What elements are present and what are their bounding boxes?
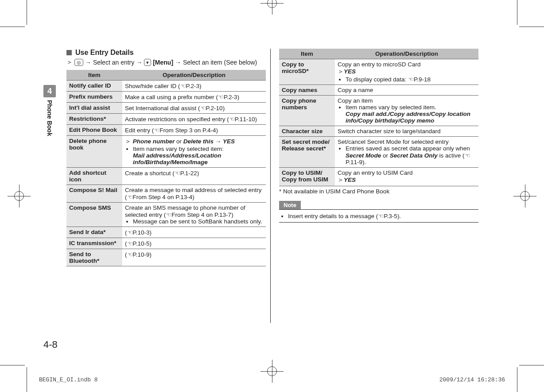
pointer-icon: ☞: [127, 193, 133, 200]
table-row: Compose S! Mail Create a message to mail…: [66, 185, 266, 203]
desc-cell: Create an SMS message to phone number of…: [122, 203, 266, 227]
item-cell: Copy to USIM/ Copy from USIM: [279, 168, 335, 186]
desc-cell: Switch character size to large/standard: [335, 126, 478, 137]
item-cell: Copy names: [279, 85, 335, 96]
left-column: Use Entry Details ＞ ◎ → Select an entry …: [66, 49, 266, 266]
item-cell: Add shortcut icon: [66, 168, 122, 185]
nav-key-icon: ◎: [74, 59, 83, 66]
item-cell: Edit Phone Book: [66, 125, 122, 136]
col-header-desc: Operation/Description: [122, 70, 266, 81]
pointer-icon: ☞: [154, 127, 159, 134]
desc-cell: Activate restrictions on specified entry…: [122, 114, 266, 125]
chapter-label: Phone Book: [46, 100, 53, 136]
desc-cell: Make a call using a prefix number (☞P.2-…: [122, 92, 266, 103]
col-header-item: Item: [279, 49, 335, 59]
table-row: Edit Phone BookEdit entry (☞From Step 3 …: [66, 125, 266, 136]
right-column: Item Operation/Description Copy to micro…: [279, 49, 478, 266]
table-row: Set secret mode/ Release secret* Set/can…: [279, 137, 478, 168]
pointer-icon: ☞: [127, 240, 133, 247]
table-row: Prefix numbersMake a call using a prefix…: [66, 92, 266, 103]
footer-left: BEGIN_E_OI.indb 8: [39, 377, 98, 383]
item-cell: Int'l dial assist: [66, 103, 122, 114]
table-row: Send Ir data*(☞P.10-3): [66, 227, 266, 238]
chapter-tab: 4 Phone Book: [43, 85, 58, 136]
item-cell: Copy to microSD*: [279, 59, 335, 85]
item-cell: IC transmission*: [66, 238, 122, 249]
section-heading: Use Entry Details: [75, 49, 134, 57]
table-row: IC transmission*(☞P.10-5): [66, 238, 266, 249]
square-bullet-icon: [66, 50, 72, 55]
pointer-icon: ☞: [229, 115, 235, 123]
print-footer: BEGIN_E_OI.indb 8 2009/12/14 16:28:36: [39, 377, 505, 383]
pointer-icon: ☞: [166, 211, 171, 218]
table-row: Restrictions*Activate restrictions on sp…: [66, 114, 266, 125]
desc-cell: Copy an entry to USIM Card ＞YES: [335, 168, 478, 186]
table-row: Notify caller IDShow/hide caller ID (☞P.…: [66, 81, 266, 92]
col-header-desc: Operation/Description: [335, 49, 478, 59]
column-separator: [270, 49, 271, 323]
nav-text: → Select an item (See below): [175, 59, 257, 66]
desc-cell: (☞P.10-9): [122, 249, 266, 266]
item-cell: Send Ir data*: [66, 227, 122, 238]
desc-cell: (☞P.10-5): [122, 238, 266, 249]
item-cell: Notify caller ID: [66, 81, 122, 92]
desc-cell: Create a message to mail address of sele…: [122, 185, 266, 203]
menu-key-icon: ▾: [144, 59, 151, 66]
col-header-item: Item: [66, 70, 122, 81]
reference-table-right: Item Operation/Description Copy to micro…: [279, 49, 478, 186]
table-row: Copy names Copy a name: [279, 85, 478, 96]
item-cell: Set secret mode/ Release secret*: [279, 137, 335, 168]
desc-cell: Set/cancel Secret Mode for selected entr…: [335, 137, 478, 168]
pointer-icon: ☞: [218, 93, 224, 100]
reference-table-left: Item Operation/Description Notify caller…: [66, 70, 266, 266]
item-cell: Restrictions*: [66, 114, 122, 125]
desc-cell: Copy an item Item names vary by selected…: [335, 96, 478, 126]
item-cell: Compose S! Mail: [66, 185, 122, 203]
desc-cell: ＞ Phone number or Delete this → YES Item…: [122, 136, 266, 168]
pointer-icon: ☞: [465, 152, 470, 159]
desc-cell: Set International dial assist (☞P.2-10): [122, 103, 266, 114]
item-cell: Delete phone book: [66, 136, 122, 168]
table-row: Delete phone book ＞ Phone number or Dele…: [66, 136, 266, 168]
footer-right: 2009/12/14 16:28:36: [439, 377, 505, 383]
desc-cell: (☞P.10-3): [122, 227, 266, 238]
item-cell: Character size: [279, 126, 335, 137]
page-number: 4-8: [43, 339, 58, 350]
table-row: Int'l dial assistSet International dial …: [66, 103, 266, 114]
desc-cell: Copy a name: [335, 85, 478, 96]
nav-text: → Select an entry →: [85, 59, 142, 66]
note-box: Note Insert entry details to a message (…: [279, 201, 478, 223]
item-cell: Compose SMS: [66, 203, 122, 227]
table-row: Compose SMS Create an SMS message to pho…: [66, 203, 266, 227]
item-cell: Copy phone numbers: [279, 96, 335, 126]
chapter-number: 4: [43, 85, 56, 97]
desc-cell: Show/hide caller ID (☞P.2-3): [122, 81, 266, 92]
pointer-icon: ☞: [175, 169, 180, 177]
footnote: * Not available in USIM Card Phone Book: [279, 188, 478, 195]
pointer-icon: ☞: [408, 76, 414, 83]
table-row: Character size Switch character size to …: [279, 126, 478, 137]
pointer-icon: ☞: [180, 82, 186, 89]
desc-cell: Edit entry (☞From Step 3 on P.4-4): [122, 125, 266, 136]
menu-label: [Menu]: [153, 59, 173, 66]
pointer-icon: ☞: [127, 251, 133, 258]
table-row: Send to Bluetooth*(☞P.10-9): [66, 249, 266, 266]
table-row: Copy to microSD* Copy an entry to microS…: [279, 59, 478, 85]
pointer-icon: ☞: [200, 104, 206, 111]
chevron-icon: ＞: [66, 58, 73, 66]
desc-cell: Create a shortcut (☞P.1-22): [122, 168, 266, 185]
navigation-steps: ＞ ◎ → Select an entry → ▾ [Menu] → Selec…: [66, 58, 266, 66]
item-cell: Send to Bluetooth*: [66, 249, 122, 266]
table-row: Add shortcut iconCreate a shortcut (☞P.1…: [66, 168, 266, 185]
note-label: Note: [279, 201, 301, 209]
table-row: Copy to USIM/ Copy from USIM Copy an ent…: [279, 168, 478, 186]
pointer-icon: ☞: [378, 212, 384, 219]
item-cell: Prefix numbers: [66, 92, 122, 103]
desc-cell: Copy an entry to microSD Card ＞YES To di…: [335, 59, 478, 85]
table-row: Copy phone numbers Copy an item Item nam…: [279, 96, 478, 126]
pointer-icon: ☞: [127, 229, 133, 236]
